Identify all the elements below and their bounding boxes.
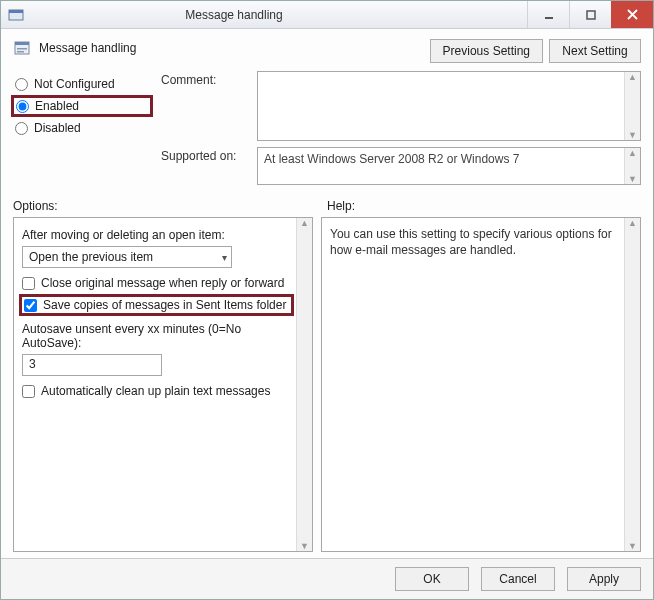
radio-disabled[interactable]: Disabled [13, 121, 153, 135]
comment-textarea[interactable]: ▲▼ [257, 71, 641, 141]
cancel-button[interactable]: Cancel [481, 567, 555, 591]
svg-rect-7 [17, 51, 24, 53]
dialog-window: Message handling Message h [0, 0, 654, 600]
dropdown-value: Open the previous item [29, 250, 153, 264]
comment-label: Comment: [161, 71, 251, 87]
radio-enabled[interactable]: Enabled [11, 95, 153, 117]
dialog-body: Message handling Previous Setting Next S… [1, 29, 653, 558]
autosave-input[interactable]: 3 [22, 354, 162, 376]
maximize-button[interactable] [569, 1, 611, 28]
checkbox-label: Close original message when reply or for… [41, 276, 284, 290]
supported-label: Supported on: [161, 147, 251, 163]
svg-rect-6 [17, 48, 27, 50]
window-controls [527, 1, 653, 28]
svg-rect-1 [9, 10, 23, 13]
supported-on-text: At least Windows Server 2008 R2 or Windo… [264, 152, 519, 166]
radio-label: Enabled [35, 99, 79, 113]
help-text: You can use this setting to specify vari… [330, 226, 622, 258]
options-heading: Options: [13, 199, 323, 213]
policy-icon [13, 39, 33, 59]
scrollbar[interactable]: ▲▼ [624, 218, 640, 551]
close-original-checkbox[interactable]: Close original message when reply or for… [22, 276, 294, 290]
radio-label: Not Configured [34, 77, 115, 91]
autosave-label: Autosave unsent every xx minutes (0=No A… [22, 322, 294, 350]
after-moving-label: After moving or deleting an open item: [22, 228, 294, 242]
apply-button[interactable]: Apply [567, 567, 641, 591]
svg-rect-5 [15, 42, 29, 45]
titlebar[interactable]: Message handling [1, 1, 653, 29]
ok-button[interactable]: OK [395, 567, 469, 591]
checkbox-label: Save copies of messages in Sent Items fo… [43, 298, 286, 312]
help-heading: Help: [323, 199, 641, 213]
scrollbar[interactable]: ▲▼ [624, 72, 640, 140]
window-title: Message handling [31, 8, 527, 22]
radio-label: Disabled [34, 121, 81, 135]
autosave-value: 3 [29, 357, 36, 371]
page-title: Message handling [39, 39, 136, 55]
chevron-down-icon: ▾ [222, 252, 227, 263]
state-radios: Not Configured Enabled Disabled [13, 71, 153, 185]
help-panel: You can use this setting to specify vari… [321, 217, 641, 552]
previous-setting-button[interactable]: Previous Setting [430, 39, 543, 63]
scrollbar[interactable]: ▲▼ [296, 218, 312, 551]
svg-rect-2 [545, 17, 553, 19]
dialog-footer: OK Cancel Apply [1, 558, 653, 599]
after-moving-dropdown[interactable]: Open the previous item ▾ [22, 246, 232, 268]
radio-not-configured[interactable]: Not Configured [13, 77, 153, 91]
options-panel: After moving or deleting an open item: O… [13, 217, 313, 552]
svg-rect-3 [587, 11, 595, 19]
close-button[interactable] [611, 1, 653, 28]
checkbox-label: Automatically clean up plain text messag… [41, 384, 270, 398]
minimize-button[interactable] [527, 1, 569, 28]
app-icon [7, 6, 25, 24]
scrollbar[interactable]: ▲▼ [624, 148, 640, 184]
next-setting-button[interactable]: Next Setting [549, 39, 641, 63]
supported-on-box: At least Windows Server 2008 R2 or Windo… [257, 147, 641, 185]
save-sent-items-checkbox[interactable]: Save copies of messages in Sent Items fo… [19, 294, 294, 316]
auto-clean-checkbox[interactable]: Automatically clean up plain text messag… [22, 384, 294, 398]
